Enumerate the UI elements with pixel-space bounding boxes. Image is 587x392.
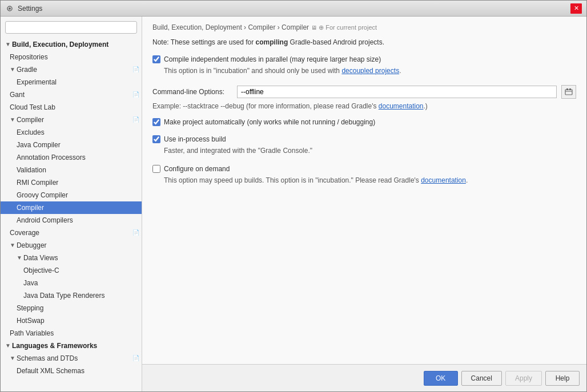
cmdline-label: Command-line Options: [152, 88, 232, 96]
checkbox-inprocess-label[interactable]: Use in-process build [164, 135, 226, 143]
section-make-project: Make project automatically (only works w… [152, 118, 576, 126]
sidebar-item-experimental[interactable]: Experimental [1, 76, 142, 88]
sidebar-item-coverage[interactable]: Coverage 📄 [1, 227, 142, 239]
close-button[interactable]: ✕ [570, 3, 582, 14]
checkbox-parallel-row: Compile independent modules in parallel … [152, 55, 576, 63]
documentation-link-1[interactable]: documentation [379, 102, 424, 110]
help-button[interactable]: Help [545, 371, 580, 386]
sidebar-item-compiler[interactable]: ▼ Compiler 📄 [1, 114, 142, 126]
note-text: Note: These settings are used for compil… [152, 37, 576, 47]
cmdline-browse-button[interactable] [561, 85, 576, 99]
bottom-bar: OK Cancel Apply Help [142, 364, 586, 391]
sidebar-item-cloud-test-lab[interactable]: Cloud Test Lab [1, 101, 142, 114]
sidebar-item-schemas-dtds[interactable]: ▼ Schemas and DTDs 📄 [1, 352, 142, 365]
section-in-process: Use in-process build Faster, and integra… [152, 135, 576, 156]
cmdline-input[interactable] [237, 86, 557, 98]
checkbox-configure-demand[interactable] [152, 165, 160, 173]
checkbox-parallel[interactable] [152, 55, 160, 63]
breadcrumb: Build, Execution, Deployment › Compiler … [152, 23, 576, 31]
checkbox-demand-row: Configure on demand [152, 165, 576, 173]
main-panel: Build, Execution, Deployment › Compiler … [142, 17, 586, 391]
sidebar-item-hotswap[interactable]: HotSwap [1, 314, 142, 327]
sidebar-item-rmi-compiler[interactable]: RMI Compiler [1, 176, 142, 189]
svg-rect-2 [565, 90, 572, 95]
sidebar-item-path-variables[interactable]: Path Variables [1, 327, 142, 340]
sidebar-item-java-data-type[interactable]: Java Data Type Renderers [1, 289, 142, 302]
svg-rect-4 [569, 88, 571, 90]
page-icon: 📄 [132, 90, 139, 100]
sidebar-item-java[interactable]: Java [1, 277, 142, 289]
checkbox-demand-label[interactable]: Configure on demand [164, 165, 230, 173]
sidebar-item-default-xml[interactable]: Default XML Schemas [1, 365, 142, 377]
title-bar: Settings ✕ [1, 1, 586, 17]
checkbox-parallel-label[interactable]: Compile independent modules in parallel … [164, 55, 381, 63]
example-text: Example: --stacktrace --debug (for more … [152, 102, 576, 110]
sidebar-item-debugger[interactable]: ▼ Debugger [1, 239, 142, 252]
sidebar-item-annotation-processors[interactable]: Annotation Processors [1, 151, 142, 164]
section-parallel: Compile independent modules in parallel … [152, 55, 576, 76]
expand-icon: ▼ [17, 253, 22, 263]
checkbox-inprocess-row: Use in-process build [152, 135, 576, 143]
sidebar-item-android-compilers[interactable]: Android Compilers [1, 214, 142, 227]
expand-icon: ▼ [5, 39, 11, 50]
expand-icon: ▼ [10, 64, 15, 75]
sidebar-item-java-compiler[interactable]: Java Compiler [1, 139, 142, 151]
page-icon: 📄 [132, 115, 139, 125]
sidebar-item-lang-frameworks[interactable]: ▼ Languages & Frameworks [1, 340, 142, 352]
faster-note: Faster, and integrated with the "Gradle … [164, 146, 576, 156]
sidebar-item-objective-c[interactable]: Objective-C [1, 264, 142, 277]
expand-icon: ▼ [10, 115, 15, 125]
incubation-note: This option is in "incubation" and shoul… [164, 66, 576, 76]
svg-point-1 [9, 7, 11, 10]
main-content: Build, Execution, Deployment › Compiler … [142, 17, 586, 364]
cancel-button[interactable]: Cancel [461, 371, 502, 386]
checkbox-make-label[interactable]: Make project automatically (only works w… [164, 118, 375, 126]
page-icon: 📄 [132, 353, 139, 363]
expand-icon: ▼ [5, 341, 11, 351]
sidebar-item-stepping[interactable]: Stepping [1, 302, 142, 314]
decoupled-link[interactable]: decoupled projects [341, 67, 399, 75]
settings-icon [5, 4, 14, 13]
svg-rect-3 [566, 88, 568, 90]
sidebar-item-build-execution[interactable]: ▼ Build, Execution, Deployment [1, 38, 142, 51]
window-title: Settings [18, 5, 42, 13]
expand-icon: ▼ [10, 240, 15, 250]
browse-icon [565, 88, 573, 96]
ok-button[interactable]: OK [424, 371, 458, 386]
sidebar-item-excludes[interactable]: Excludes [1, 126, 142, 139]
checkbox-in-process[interactable] [152, 135, 160, 143]
checkbox-make-project[interactable] [152, 118, 160, 126]
cmdline-row: Command-line Options: [152, 85, 576, 99]
sidebar-item-data-views[interactable]: ▼ Data Views [1, 252, 142, 264]
apply-button[interactable]: Apply [505, 371, 542, 386]
sidebar-item-groovy-compiler[interactable]: Groovy Compiler [1, 189, 142, 201]
checkbox-make-row: Make project automatically (only works w… [152, 118, 576, 126]
documentation-link-2[interactable]: documentation [421, 176, 466, 184]
search-input[interactable] [5, 21, 137, 34]
sidebar-item-repositories[interactable]: Repositories [1, 51, 142, 63]
demand-note: This option may speed up builds. This op… [164, 175, 576, 185]
sidebar-item-compiler-active[interactable]: Compiler [1, 201, 142, 214]
breadcrumb-suffix: 🖥 ⊕ For current project [311, 24, 377, 31]
sidebar-item-validation[interactable]: Validation [1, 164, 142, 176]
sidebar-item-gradle[interactable]: ▼ Gradle 📄 [1, 63, 142, 76]
sidebar: ▼ Build, Execution, Deployment Repositor… [1, 17, 142, 391]
page-icon: 📄 [132, 228, 139, 238]
page-icon: 📄 [132, 64, 139, 75]
sidebar-item-gant[interactable]: Gant 📄 [1, 88, 142, 101]
section-configure-demand: Configure on demand This option may spee… [152, 165, 576, 185]
expand-icon: ▼ [10, 353, 15, 363]
title-bar-left: Settings [5, 4, 42, 13]
content-area: ▼ Build, Execution, Deployment Repositor… [1, 17, 586, 391]
settings-window: Settings ✕ ▼ Build, Execution, Deploymen… [0, 0, 587, 392]
